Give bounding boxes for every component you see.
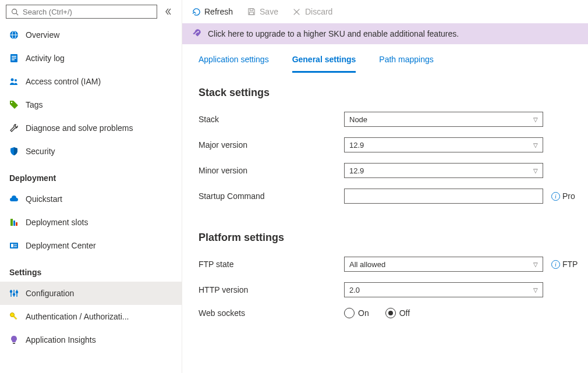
save-button[interactable]: Save — [247, 7, 278, 16]
chevron-down-icon: ▽ — [533, 116, 538, 123]
tab-application-settings[interactable]: Application settings — [199, 55, 269, 73]
search-input[interactable] — [23, 8, 153, 16]
chevron-down-icon: ▽ — [533, 142, 538, 148]
major-version-select[interactable]: 12.9 ▽ — [344, 137, 543, 152]
radio-on-label: On — [358, 308, 369, 318]
nav-deployment-slots[interactable]: Deployment slots — [0, 211, 182, 234]
svg-point-24 — [16, 292, 18, 293]
http-version-select[interactable]: 2.0 ▽ — [344, 282, 543, 297]
tag-icon — [9, 100, 19, 109]
section-stack-title: Stack settings — [199, 87, 588, 99]
main-panel: Refresh Save Discard Click here to upgra… — [182, 0, 588, 373]
nav-app-insights[interactable]: Application Insights — [0, 328, 182, 351]
nav-deployment-center[interactable]: Deployment Center — [0, 234, 182, 257]
center-icon — [9, 241, 19, 250]
stack-select[interactable]: Node ▽ — [344, 112, 543, 127]
startup-command-input[interactable] — [344, 189, 543, 204]
cloud-icon — [9, 194, 19, 204]
svg-rect-27 — [13, 343, 15, 344]
nav-label: Security — [26, 147, 172, 156]
stack-value: Node — [349, 115, 367, 124]
svg-point-22 — [10, 291, 12, 293]
svg-rect-26 — [13, 316, 17, 319]
bulb-icon — [9, 335, 19, 344]
svg-line-1 — [16, 13, 17, 15]
refresh-label: Refresh — [204, 7, 233, 16]
web-sockets-label: Web sockets — [199, 308, 344, 318]
chevron-down-icon: ▽ — [533, 261, 538, 268]
nav-label: Deployment slots — [26, 218, 172, 227]
svg-rect-14 — [16, 222, 17, 226]
chevron-down-icon: ▽ — [533, 287, 538, 293]
upgrade-banner[interactable]: Click here to upgrade to a higher SKU an… — [182, 23, 588, 44]
nav-label: Tags — [26, 100, 172, 109]
tab-general-settings[interactable]: General settings — [292, 55, 356, 73]
nav-label: Activity log — [26, 54, 172, 63]
svg-point-0 — [12, 9, 16, 13]
svg-rect-7 — [12, 58, 16, 59]
nav-activity-log[interactable]: Activity log — [0, 47, 182, 70]
nav-scroll[interactable]: Overview Activity log Access control (IA… — [0, 23, 182, 373]
sliders-icon — [9, 289, 19, 298]
stack-label: Stack — [199, 115, 344, 124]
refresh-icon — [192, 7, 201, 16]
wrench-icon — [9, 123, 19, 133]
nav-label: Quickstart — [26, 194, 172, 204]
nav-label: Diagnose and solve problems — [26, 123, 172, 133]
save-label: Save — [260, 7, 278, 16]
ftp-state-value: All allowed — [349, 260, 385, 269]
startup-hint: Pro — [562, 191, 575, 201]
key-icon — [9, 312, 19, 321]
content-scroll[interactable]: Stack settings Stack Node ▽ Major versio… — [182, 73, 588, 373]
radio-icon — [344, 308, 355, 318]
ftp-hint: FTP — [562, 260, 578, 269]
svg-rect-18 — [14, 246, 17, 247]
radio-icon — [385, 308, 396, 318]
web-sockets-off[interactable]: Off — [385, 308, 410, 318]
sidebar: Overview Activity log Access control (IA… — [0, 0, 182, 373]
minor-version-value: 12.9 — [349, 166, 364, 175]
slots-icon — [9, 218, 19, 227]
nav-security[interactable]: Security — [0, 140, 182, 163]
svg-rect-6 — [12, 56, 16, 57]
svg-rect-8 — [12, 59, 15, 61]
toolbar: Refresh Save Discard — [182, 0, 588, 23]
http-version-value: 2.0 — [349, 286, 360, 294]
globe-icon — [9, 30, 19, 40]
ftp-state-select[interactable]: All allowed ▽ — [344, 257, 543, 272]
svg-point-11 — [11, 102, 12, 103]
startup-command-label: Startup Command — [199, 191, 344, 201]
nav-access-control[interactable]: Access control (IAM) — [0, 70, 182, 93]
tab-path-mappings[interactable]: Path mappings — [379, 55, 433, 73]
nav-configuration[interactable]: Configuration — [0, 282, 182, 305]
close-icon — [292, 7, 302, 16]
nav-diagnose[interactable]: Diagnose and solve problems — [0, 116, 182, 140]
info-icon[interactable]: i — [551, 260, 560, 269]
nav-tags[interactable]: Tags — [0, 93, 182, 116]
minor-version-select[interactable]: 12.9 ▽ — [344, 163, 543, 178]
major-version-value: 12.9 — [349, 141, 364, 150]
nav-quickstart[interactable]: Quickstart — [0, 187, 182, 211]
nav-section-settings: Settings — [0, 257, 182, 282]
search-input-wrapper[interactable] — [6, 5, 157, 19]
nav-overview[interactable]: Overview — [0, 23, 182, 47]
nav-authentication[interactable]: Authentication / Authorizati... — [0, 305, 182, 328]
discard-button[interactable]: Discard — [292, 7, 332, 16]
svg-rect-13 — [13, 221, 15, 226]
collapse-sidebar-button[interactable] — [161, 5, 176, 19]
svg-rect-12 — [10, 219, 13, 226]
people-icon — [9, 77, 19, 86]
nav-label: Authentication / Authorizati... — [26, 312, 172, 321]
section-platform-title: Platform settings — [199, 232, 588, 244]
radio-off-label: Off — [399, 308, 410, 318]
info-icon[interactable]: i — [551, 192, 560, 201]
svg-point-32 — [197, 31, 199, 33]
svg-point-23 — [13, 294, 15, 296]
svg-rect-28 — [250, 9, 253, 11]
nav-label: Application Insights — [26, 335, 172, 344]
nav-label: Access control (IAM) — [26, 77, 172, 86]
refresh-button[interactable]: Refresh — [192, 7, 233, 16]
minor-version-label: Minor version — [199, 166, 344, 175]
nav-label: Configuration — [26, 289, 172, 298]
web-sockets-on[interactable]: On — [344, 308, 369, 318]
